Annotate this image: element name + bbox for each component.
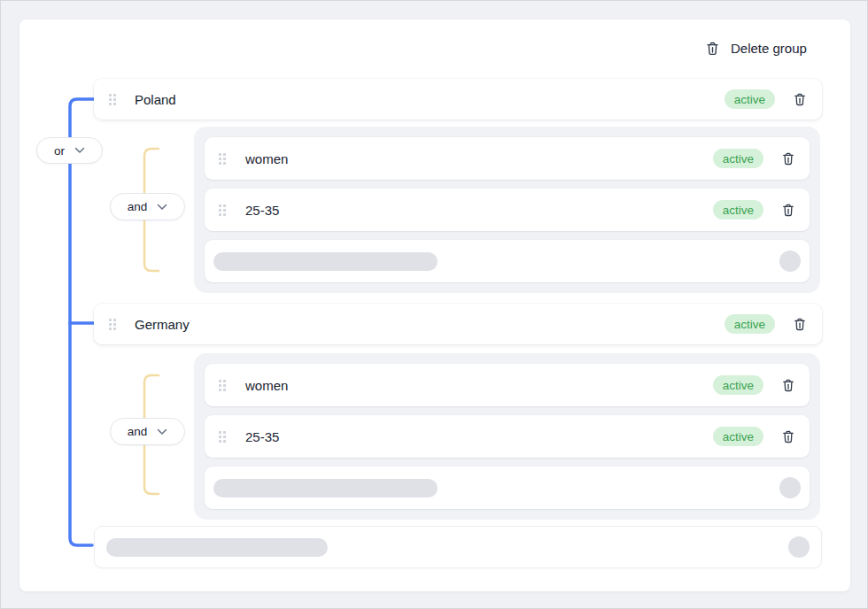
status-badge: active xyxy=(713,149,763,168)
condition-label: women xyxy=(245,378,288,393)
root-operator-dropdown[interactable]: or xyxy=(36,137,103,164)
delete-item-button[interactable] xyxy=(781,378,795,392)
condition-row: women active xyxy=(205,137,810,180)
condition-label: 25-35 xyxy=(245,203,279,218)
group-operator-dropdown[interactable]: and xyxy=(110,193,185,220)
drag-handle-icon[interactable] xyxy=(219,204,226,216)
delete-item-button[interactable] xyxy=(781,203,795,217)
status-badge: active xyxy=(713,427,763,446)
chevron-down-icon xyxy=(157,428,167,436)
group-title: Poland xyxy=(135,92,176,107)
drag-handle-icon[interactable] xyxy=(219,380,226,391)
delete-item-button[interactable] xyxy=(781,429,795,443)
drag-handle-icon[interactable] xyxy=(219,431,226,443)
skeleton-dot xyxy=(779,251,801,272)
skeleton-bar xyxy=(213,479,438,497)
trash-icon xyxy=(781,203,795,217)
chevron-down-icon xyxy=(74,147,85,154)
status-badge: active xyxy=(713,375,763,395)
condition-label: 25-35 xyxy=(245,429,279,444)
status-badge: active xyxy=(725,89,775,109)
skeleton-dot xyxy=(779,477,801,498)
delete-item-button[interactable] xyxy=(781,151,795,166)
drag-handle-icon[interactable] xyxy=(109,319,116,330)
condition-group-container: women active 25-35 active xyxy=(194,353,820,520)
condition-row: 25-35 active xyxy=(205,189,810,231)
condition-row: women active xyxy=(205,364,810,406)
status-badge: active xyxy=(713,200,763,220)
delete-group-button[interactable]: Delete group xyxy=(705,37,807,58)
condition-label: women xyxy=(245,151,288,166)
trash-icon xyxy=(781,429,795,443)
condition-group-container: women active 25-35 active xyxy=(194,127,820,293)
trash-icon xyxy=(705,41,720,56)
chevron-down-icon xyxy=(157,204,167,211)
delete-item-button[interactable] xyxy=(793,92,807,106)
delete-item-button[interactable] xyxy=(793,317,807,331)
group-card-poland: Poland active xyxy=(94,79,822,119)
condition-row: 25-35 active xyxy=(205,415,810,458)
condition-placeholder-row xyxy=(205,466,810,509)
trash-icon xyxy=(793,92,807,106)
condition-placeholder-row xyxy=(205,240,810,282)
trash-icon xyxy=(781,151,795,166)
operator-label: and xyxy=(128,425,148,438)
trash-icon xyxy=(793,317,807,331)
operator-label: and xyxy=(128,200,148,213)
page-background: Delete group or Poland active and xyxy=(0,0,868,609)
operator-label: or xyxy=(54,144,65,158)
skeleton-bar xyxy=(106,538,328,557)
skeleton-dot xyxy=(788,536,810,558)
group-operator-dropdown[interactable]: and xyxy=(110,418,185,445)
drag-handle-icon[interactable] xyxy=(219,153,226,165)
status-badge: active xyxy=(725,314,775,334)
trash-icon xyxy=(781,378,795,392)
group-card-germany: Germany active xyxy=(94,304,822,344)
group-title: Germany xyxy=(135,317,190,332)
group-placeholder-row xyxy=(94,526,822,568)
skeleton-bar xyxy=(213,252,438,271)
delete-group-label: Delete group xyxy=(731,41,807,56)
drag-handle-icon[interactable] xyxy=(109,94,116,105)
